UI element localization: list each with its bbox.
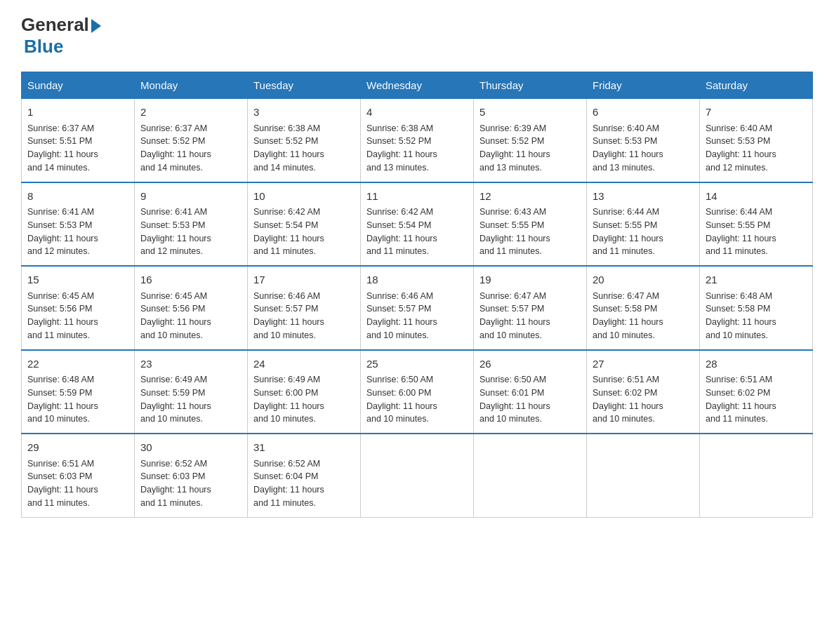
- day-number: 16: [140, 272, 241, 288]
- calendar-cell: 28Sunrise: 6:51 AMSunset: 6:02 PMDayligh…: [700, 350, 813, 434]
- calendar-cell: 27Sunrise: 6:51 AMSunset: 6:02 PMDayligh…: [587, 350, 700, 434]
- week-row-3: 15Sunrise: 6:45 AMSunset: 5:56 PMDayligh…: [22, 266, 813, 350]
- col-header-wednesday: Wednesday: [361, 72, 474, 99]
- day-number: 22: [27, 356, 128, 373]
- week-row-2: 8Sunrise: 6:41 AMSunset: 5:53 PMDaylight…: [22, 182, 813, 267]
- calendar-cell: 30Sunrise: 6:52 AMSunset: 6:03 PMDayligh…: [135, 434, 248, 517]
- day-number: 20: [593, 272, 694, 288]
- calendar-cell: 31Sunrise: 6:52 AMSunset: 6:04 PMDayligh…: [248, 434, 361, 517]
- day-number: 30: [140, 440, 241, 456]
- calendar-cell: 15Sunrise: 6:45 AMSunset: 5:56 PMDayligh…: [22, 266, 135, 350]
- day-number: 18: [366, 272, 468, 288]
- day-number: 5: [479, 105, 581, 121]
- calendar-cell: 21Sunrise: 6:48 AMSunset: 5:58 PMDayligh…: [700, 266, 813, 350]
- calendar-cell: 23Sunrise: 6:49 AMSunset: 5:59 PMDayligh…: [135, 350, 248, 434]
- day-number: 27: [593, 356, 694, 373]
- day-number: 1: [27, 105, 128, 121]
- calendar-cell: 7Sunrise: 6:40 AMSunset: 5:53 PMDaylight…: [700, 99, 813, 182]
- col-header-friday: Friday: [587, 72, 700, 99]
- day-number: 3: [253, 105, 355, 121]
- day-number: 2: [140, 105, 241, 121]
- logo-blue-text: Blue: [24, 36, 63, 57]
- calendar-cell: [587, 434, 700, 517]
- day-number: 29: [27, 440, 128, 456]
- logo-general-text: General: [21, 14, 89, 36]
- calendar-cell: 18Sunrise: 6:46 AMSunset: 5:57 PMDayligh…: [361, 266, 474, 350]
- day-number: 17: [253, 272, 355, 288]
- col-header-tuesday: Tuesday: [248, 72, 361, 99]
- col-header-saturday: Saturday: [700, 72, 813, 99]
- calendar-cell: 17Sunrise: 6:46 AMSunset: 5:57 PMDayligh…: [248, 266, 361, 350]
- header-row: SundayMondayTuesdayWednesdayThursdayFrid…: [22, 72, 813, 99]
- day-number: 14: [706, 189, 807, 205]
- day-number: 7: [706, 105, 807, 121]
- calendar-cell: 13Sunrise: 6:44 AMSunset: 5:55 PMDayligh…: [587, 182, 700, 267]
- col-header-sunday: Sunday: [22, 72, 135, 99]
- calendar-cell: 26Sunrise: 6:50 AMSunset: 6:01 PMDayligh…: [474, 350, 587, 434]
- calendar-cell: [474, 434, 587, 517]
- day-number: 13: [593, 189, 694, 205]
- day-number: 11: [366, 189, 468, 205]
- day-number: 8: [27, 189, 128, 205]
- col-header-thursday: Thursday: [474, 72, 587, 99]
- day-number: 9: [140, 189, 241, 205]
- calendar-cell: 6Sunrise: 6:40 AMSunset: 5:53 PMDaylight…: [587, 99, 700, 182]
- week-row-1: 1Sunrise: 6:37 AMSunset: 5:51 PMDaylight…: [22, 99, 813, 182]
- calendar-cell: 24Sunrise: 6:49 AMSunset: 6:00 PMDayligh…: [248, 350, 361, 434]
- page-header: General Blue: [21, 14, 813, 58]
- calendar-cell: 3Sunrise: 6:38 AMSunset: 5:52 PMDaylight…: [248, 99, 361, 182]
- calendar-cell: 8Sunrise: 6:41 AMSunset: 5:53 PMDaylight…: [22, 182, 135, 267]
- logo-triangle-icon: [91, 19, 101, 33]
- day-number: 15: [27, 272, 128, 288]
- day-number: 28: [706, 356, 807, 373]
- col-header-monday: Monday: [135, 72, 248, 99]
- calendar-cell: [361, 434, 474, 517]
- calendar-cell: 14Sunrise: 6:44 AMSunset: 5:55 PMDayligh…: [700, 182, 813, 267]
- calendar-table: SundayMondayTuesdayWednesdayThursdayFrid…: [21, 72, 813, 518]
- day-number: 21: [706, 272, 807, 288]
- calendar-cell: [700, 434, 813, 517]
- day-number: 12: [479, 189, 581, 205]
- calendar-cell: 29Sunrise: 6:51 AMSunset: 6:03 PMDayligh…: [22, 434, 135, 517]
- calendar-cell: 2Sunrise: 6:37 AMSunset: 5:52 PMDaylight…: [135, 99, 248, 182]
- day-number: 31: [253, 440, 355, 456]
- calendar-cell: 4Sunrise: 6:38 AMSunset: 5:52 PMDaylight…: [361, 99, 474, 182]
- calendar-cell: 19Sunrise: 6:47 AMSunset: 5:57 PMDayligh…: [474, 266, 587, 350]
- day-number: 4: [366, 105, 468, 121]
- calendar-cell: 11Sunrise: 6:42 AMSunset: 5:54 PMDayligh…: [361, 182, 474, 267]
- day-number: 23: [140, 356, 241, 373]
- calendar-cell: 25Sunrise: 6:50 AMSunset: 6:00 PMDayligh…: [361, 350, 474, 434]
- calendar-cell: 5Sunrise: 6:39 AMSunset: 5:52 PMDaylight…: [474, 99, 587, 182]
- day-number: 19: [479, 272, 581, 288]
- calendar-cell: 12Sunrise: 6:43 AMSunset: 5:55 PMDayligh…: [474, 182, 587, 267]
- calendar-cell: 10Sunrise: 6:42 AMSunset: 5:54 PMDayligh…: [248, 182, 361, 267]
- calendar-cell: 9Sunrise: 6:41 AMSunset: 5:53 PMDaylight…: [135, 182, 248, 267]
- day-number: 24: [253, 356, 355, 373]
- calendar-cell: 22Sunrise: 6:48 AMSunset: 5:59 PMDayligh…: [22, 350, 135, 434]
- day-number: 25: [366, 356, 468, 373]
- logo: General Blue: [21, 14, 101, 58]
- day-number: 26: [479, 356, 581, 373]
- week-row-5: 29Sunrise: 6:51 AMSunset: 6:03 PMDayligh…: [22, 434, 813, 517]
- day-number: 10: [253, 189, 355, 205]
- calendar-cell: 1Sunrise: 6:37 AMSunset: 5:51 PMDaylight…: [22, 99, 135, 182]
- day-number: 6: [593, 105, 694, 121]
- week-row-4: 22Sunrise: 6:48 AMSunset: 5:59 PMDayligh…: [22, 350, 813, 434]
- calendar-cell: 20Sunrise: 6:47 AMSunset: 5:58 PMDayligh…: [587, 266, 700, 350]
- calendar-cell: 16Sunrise: 6:45 AMSunset: 5:56 PMDayligh…: [135, 266, 248, 350]
